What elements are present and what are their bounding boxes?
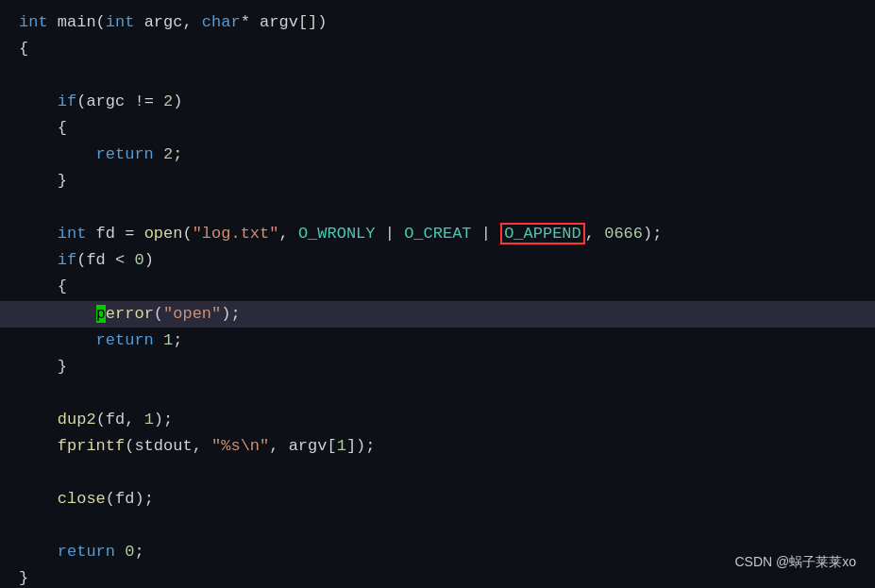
code-token: );: [154, 411, 173, 428]
code-line: [19, 380, 856, 407]
code-line: return 0;: [19, 539, 856, 565]
code-token: return: [19, 145, 154, 163]
code-token: int: [19, 13, 48, 31]
code-token: ,: [278, 225, 297, 243]
code-token: if: [19, 251, 76, 269]
code-token: , argv[: [269, 437, 336, 455]
code-token: |: [376, 225, 405, 243]
code-token: (fd);: [106, 490, 154, 508]
code-token: (fd,: [96, 411, 144, 428]
code-line: return 2;: [19, 142, 856, 168]
code-token: O_CREAT: [404, 225, 471, 243]
code-token: (: [182, 225, 192, 243]
code-editor: int main(int argc, char* argv[]){ if(arg…: [0, 0, 875, 588]
code-token: [19, 305, 96, 323]
code-line: {: [19, 36, 856, 62]
code-token: if: [19, 92, 76, 110]
code-token: "%s\n": [211, 437, 269, 455]
code-token: [154, 331, 163, 349]
code-token: int: [106, 13, 135, 31]
code-line: fprintf(stdout, "%s\n", argv[1]);: [19, 433, 856, 460]
code-line: {: [19, 115, 856, 142]
code-token: char: [202, 13, 241, 31]
cursor-char: p: [96, 305, 106, 323]
code-token: fprintf: [19, 437, 125, 455]
code-token: 2: [163, 92, 173, 110]
code-line: [19, 512, 856, 539]
code-token: 2: [163, 145, 173, 163]
code-token: * argv[]): [241, 13, 328, 31]
code-token: }: [19, 569, 28, 587]
code-line: dup2(fd, 1);: [19, 407, 856, 433]
code-token: }: [19, 358, 67, 376]
code-line: int fd = open("log.txt", O_WRONLY | O_CR…: [19, 221, 856, 247]
code-token: (fd <: [76, 251, 134, 269]
code-token: 0: [134, 251, 143, 269]
code-token: [115, 543, 125, 561]
code-token: ;: [173, 331, 182, 349]
code-token: 0666: [604, 225, 643, 243]
code-token: error: [106, 305, 154, 323]
code-token: fd =: [86, 225, 143, 243]
code-line: {: [19, 274, 856, 300]
code-line: close(fd);: [19, 486, 856, 512]
watermark: CSDN @蜗子莱莱xo: [734, 554, 856, 571]
code-line: }: [19, 354, 856, 380]
code-token: open: [144, 225, 183, 243]
code-token: (argc !=: [76, 92, 163, 110]
code-token: );: [643, 225, 662, 243]
code-token: (: [154, 305, 163, 323]
code-token: {: [19, 277, 67, 295]
code-token: }: [19, 172, 67, 190]
code-block: int main(int argc, char* argv[]){ if(arg…: [19, 9, 856, 588]
code-token: return: [19, 331, 154, 349]
code-token: {: [19, 119, 67, 137]
code-token: [154, 145, 163, 163]
code-line: return 1;: [19, 328, 856, 354]
code-token: dup2: [19, 411, 96, 428]
code-token: ,: [585, 225, 604, 243]
code-line: [19, 194, 856, 221]
code-token: 1: [337, 437, 346, 455]
code-line: }: [19, 565, 856, 588]
code-line: }: [19, 168, 856, 194]
code-token: |: [472, 225, 501, 243]
code-line: if(fd < 0): [19, 247, 856, 274]
code-token: argc,: [134, 13, 201, 31]
code-token: O_WRONLY: [298, 225, 376, 243]
code-token: ;: [134, 543, 143, 561]
code-token: );: [221, 305, 240, 323]
code-line: int main(int argc, char* argv[]): [19, 9, 856, 36]
code-token: return: [19, 543, 115, 561]
code-line: perror("open");: [0, 301, 875, 328]
code-token: 0: [125, 543, 134, 561]
code-token: ): [173, 92, 182, 110]
code-token: {: [19, 40, 28, 58]
code-token: 1: [144, 411, 154, 428]
code-token: "log.txt": [193, 225, 279, 243]
code-token: "open": [163, 305, 221, 323]
code-line: [19, 62, 856, 89]
code-token: ): [144, 251, 154, 269]
highlighted-macro: O_APPEND: [500, 223, 585, 244]
code-token: 1: [163, 331, 173, 349]
code-token: ;: [173, 145, 182, 163]
code-token: ]);: [346, 437, 376, 455]
code-line: [19, 460, 856, 486]
code-token: close: [19, 490, 106, 508]
code-line: if(argc != 2): [19, 89, 856, 115]
code-token: main(: [48, 13, 106, 31]
code-token: (stdout,: [125, 437, 211, 455]
code-token: int: [19, 225, 86, 243]
